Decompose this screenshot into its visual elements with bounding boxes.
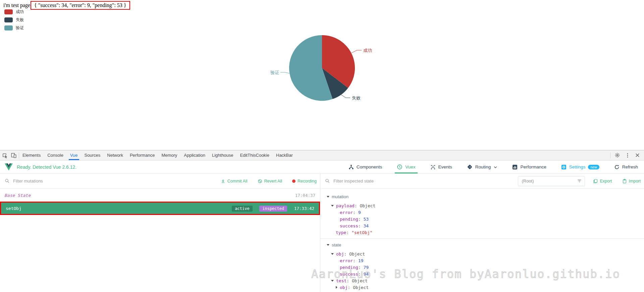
action-label: Revert All — [264, 179, 282, 184]
tree-node-test[interactable]: test: Object — [320, 277, 644, 284]
tree-key: obj — [340, 285, 347, 290]
commit-download-icon — [221, 179, 225, 184]
tree-key: pending — [340, 265, 358, 270]
tree-value: 34 — [363, 223, 369, 228]
root-scope-select[interactable]: (Root) — [518, 176, 585, 186]
tree-leaf-error[interactable]: error: 19 — [320, 257, 644, 264]
tree-sep: : — [353, 258, 358, 263]
tree-leaf-success[interactable]: success: 94 — [320, 271, 644, 277]
tree-node-test-obj[interactable]: obj: Object — [320, 284, 644, 291]
triangle-down-icon[interactable] — [331, 205, 334, 207]
tab-application[interactable]: Application — [180, 150, 209, 160]
tree-node-obj[interactable]: obj: Object — [320, 250, 644, 257]
tab-performance[interactable]: Performance — [126, 150, 158, 160]
tree-node-payload[interactable]: payload: Object — [320, 202, 644, 209]
tree-sep: : — [347, 285, 353, 290]
vuex-history-icon — [397, 164, 402, 170]
vue-tab-performance[interactable]: Performance — [512, 160, 546, 173]
tree-leaf-pending[interactable]: pending: 53 — [320, 216, 644, 222]
more-menu-icon[interactable] — [625, 153, 630, 158]
annotation-red-box: setObj active inspected 17:33:42 — [0, 202, 320, 215]
filter-state-input[interactable] — [333, 178, 515, 184]
vue-tab-settings[interactable]: Settings new — [561, 160, 599, 173]
state-filter-row: (Root) Export — [320, 174, 644, 189]
vue-tab-label: Settings — [569, 164, 586, 169]
tree-sep: : — [344, 251, 349, 257]
tree-section-mutation[interactable]: mutation — [320, 193, 644, 200]
triangle-down-icon[interactable] — [327, 244, 329, 246]
tree-key: pending — [340, 217, 358, 222]
tree-key: success — [340, 272, 358, 277]
device-toolbar-icon[interactable] — [11, 152, 17, 158]
routing-icon — [467, 164, 473, 170]
tab-hackbar[interactable]: HackBar — [273, 150, 296, 160]
revert-all-button[interactable]: Revert All — [258, 179, 282, 184]
vue-devtools-toolbar: Ready. Detected Vue 2.6.12. Components V… — [0, 160, 644, 174]
mutations-filter-row: Commit All Revert All Recording — [0, 174, 320, 189]
pie-leader-pending — [280, 72, 289, 73]
tab-sources[interactable]: Sources — [81, 150, 104, 160]
settings-gear-icon[interactable] — [614, 152, 620, 158]
base-state-entry[interactable]: Base State 17:04:37 — [0, 190, 320, 200]
vue-tab-events[interactable]: Events — [430, 160, 452, 173]
inspected-state-panel: (Root) Export — [320, 174, 644, 292]
close-icon[interactable] — [635, 153, 640, 158]
chevron-down-icon — [493, 165, 497, 169]
tree-leaf-success[interactable]: success: 34 — [320, 222, 644, 229]
tree-leaf-type[interactable]: type: "setObj" — [320, 229, 644, 236]
devtools-window: Elements Console Vue Sources Network Per… — [0, 150, 644, 292]
tree-type: Object — [353, 285, 369, 290]
tree-key: type — [336, 230, 346, 235]
tab-editthiscookie[interactable]: EditThisCookie — [237, 150, 273, 160]
refresh-icon — [614, 164, 620, 170]
tree-sep: : — [358, 223, 364, 228]
mutation-entry-setobj[interactable]: setObj active inspected 17:33:42 — [1, 203, 319, 214]
tree-key: success — [340, 223, 358, 228]
vue-tab-components[interactable]: Components — [348, 160, 382, 173]
events-dots-icon — [430, 164, 436, 170]
tree-value: 53 — [363, 217, 369, 222]
mutation-label: setObj — [6, 206, 21, 211]
vue-tab-vuex[interactable]: Vuex — [397, 160, 415, 173]
action-label: Import — [629, 179, 641, 184]
tab-elements[interactable]: Elements — [19, 150, 44, 160]
triangle-right-icon[interactable] — [336, 286, 337, 289]
pie-label-success: 成功 — [363, 48, 372, 53]
vue-refresh-button[interactable]: Refresh — [614, 160, 638, 173]
triangle-down-icon[interactable] — [331, 253, 334, 255]
vue-tab-routing[interactable]: Routing — [467, 160, 498, 173]
import-clipboard-icon — [622, 179, 627, 184]
action-label: Export — [600, 179, 612, 184]
tree-key: obj — [336, 251, 344, 257]
tab-console[interactable]: Console — [44, 150, 67, 160]
import-button[interactable]: Import — [622, 179, 641, 184]
commit-all-button[interactable]: Commit All — [221, 179, 248, 184]
tree-key: test — [336, 278, 346, 283]
triangle-down-icon[interactable] — [331, 280, 334, 282]
inspected-badge: inspected — [259, 206, 287, 212]
inspect-element-icon[interactable] — [2, 152, 8, 158]
export-button[interactable]: Export — [593, 179, 612, 184]
tree-key: error — [340, 210, 353, 215]
divider — [320, 238, 644, 239]
action-label: Recording — [298, 179, 317, 184]
tree-sep: : — [346, 230, 352, 235]
entry-time: 17:33:42 — [294, 206, 314, 211]
tab-network[interactable]: Network — [104, 150, 126, 160]
tree-section-state[interactable]: state — [320, 241, 644, 248]
tree-leaf-pending[interactable]: pending: 79 — [320, 264, 644, 271]
recording-toggle[interactable]: Recording — [292, 179, 317, 184]
section-title: mutation — [332, 194, 348, 199]
triangle-down-icon[interactable] — [327, 196, 329, 198]
tab-memory[interactable]: Memory — [158, 150, 180, 160]
tab-vue[interactable]: Vue — [67, 150, 81, 160]
mutation-history-panel: Commit All Revert All Recording Base Sta… — [0, 174, 320, 292]
components-tree-icon — [348, 164, 354, 170]
tab-lighthouse[interactable]: Lighthouse — [209, 150, 237, 160]
tree-leaf-error[interactable]: error: 9 — [320, 209, 644, 216]
tree-type: Object — [360, 203, 375, 208]
entry-time: 17:04:37 — [295, 193, 315, 198]
tree-key: error — [340, 258, 353, 263]
filter-mutations-input[interactable] — [13, 178, 211, 184]
vue-logo-icon — [5, 163, 13, 170]
